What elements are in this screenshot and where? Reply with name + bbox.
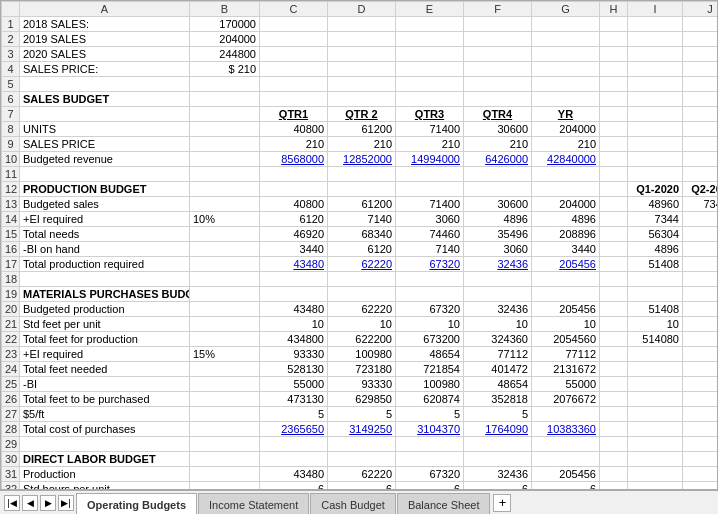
cell-23-f[interactable]: 77112	[464, 347, 532, 362]
cell-11-g[interactable]	[532, 167, 600, 182]
cell-9-j[interactable]	[683, 137, 719, 152]
cell-17-c[interactable]: 43480	[260, 257, 328, 272]
cell-7-d[interactable]: QTR 2	[328, 107, 396, 122]
cell-18-c[interactable]	[260, 272, 328, 287]
cell-3-g[interactable]	[532, 47, 600, 62]
cell-29-a[interactable]	[20, 437, 190, 452]
cell-32-f[interactable]: 6	[464, 482, 532, 491]
cell-25-d[interactable]: 93330	[328, 377, 396, 392]
cell-13-e[interactable]: 71400	[396, 197, 464, 212]
cell-28-f[interactable]: 1764090	[464, 422, 532, 437]
cell-19-f[interactable]	[464, 287, 532, 302]
cell-12-g[interactable]	[532, 182, 600, 197]
col-header-a[interactable]: A	[20, 2, 190, 17]
cell-1-c[interactable]	[260, 17, 328, 32]
cell-20-b[interactable]	[190, 302, 260, 317]
cell-3-a[interactable]: 2020 SALES	[20, 47, 190, 62]
cell-25-e[interactable]: 100980	[396, 377, 464, 392]
cell-6-d[interactable]	[328, 92, 396, 107]
cell-27-e[interactable]: 5	[396, 407, 464, 422]
cell-9-d[interactable]: 210	[328, 137, 396, 152]
cell-10-d[interactable]: 12852000	[328, 152, 396, 167]
cell-18-j[interactable]	[683, 272, 719, 287]
cell-4-h[interactable]	[600, 62, 628, 77]
cell-21-e[interactable]: 10	[396, 317, 464, 332]
cell-23-g[interactable]: 77112	[532, 347, 600, 362]
cell-5-f[interactable]	[464, 77, 532, 92]
cell-13-b[interactable]	[190, 197, 260, 212]
cell-27-h[interactable]	[600, 407, 628, 422]
cell-30-c[interactable]	[260, 452, 328, 467]
cell-5-c[interactable]	[260, 77, 328, 92]
cell-17-d[interactable]: 62220	[328, 257, 396, 272]
cell-3-c[interactable]	[260, 47, 328, 62]
cell-22-f[interactable]: 324360	[464, 332, 532, 347]
cell-5-h[interactable]	[600, 77, 628, 92]
cell-30-g[interactable]	[532, 452, 600, 467]
cell-25-h[interactable]	[600, 377, 628, 392]
cell-16-b[interactable]	[190, 242, 260, 257]
cell-6-j[interactable]	[683, 92, 719, 107]
cell-2-e[interactable]	[396, 32, 464, 47]
cell-5-i[interactable]	[628, 77, 683, 92]
cell-32-c[interactable]: 6	[260, 482, 328, 491]
cell-5-a[interactable]	[20, 77, 190, 92]
cell-25-b[interactable]	[190, 377, 260, 392]
cell-2-d[interactable]	[328, 32, 396, 47]
cell-7-e[interactable]: QTR3	[396, 107, 464, 122]
cell-23-b[interactable]: 15%	[190, 347, 260, 362]
cell-16-e[interactable]: 7140	[396, 242, 464, 257]
cell-13-g[interactable]: 204000	[532, 197, 600, 212]
cell-15-h[interactable]	[600, 227, 628, 242]
cell-7-i[interactable]	[628, 107, 683, 122]
cell-4-f[interactable]	[464, 62, 532, 77]
cell-19-h[interactable]	[600, 287, 628, 302]
cell-2-c[interactable]	[260, 32, 328, 47]
cell-22-d[interactable]: 622200	[328, 332, 396, 347]
cell-1-i[interactable]	[628, 17, 683, 32]
cell-20-i[interactable]: 51408	[628, 302, 683, 317]
cell-13-d[interactable]: 61200	[328, 197, 396, 212]
cell-4-g[interactable]	[532, 62, 600, 77]
cell-1-f[interactable]	[464, 17, 532, 32]
cell-26-c[interactable]: 473130	[260, 392, 328, 407]
cell-11-c[interactable]	[260, 167, 328, 182]
cell-8-g[interactable]: 204000	[532, 122, 600, 137]
cell-17-a[interactable]: Total production required	[20, 257, 190, 272]
cell-21-g[interactable]: 10	[532, 317, 600, 332]
cell-24-c[interactable]: 528130	[260, 362, 328, 377]
cell-4-c[interactable]	[260, 62, 328, 77]
cell-24-j[interactable]	[683, 362, 719, 377]
cell-4-i[interactable]	[628, 62, 683, 77]
cell-19-c[interactable]	[260, 287, 328, 302]
cell-23-e[interactable]: 48654	[396, 347, 464, 362]
cell-24-g[interactable]: 2131672	[532, 362, 600, 377]
cell-11-i[interactable]	[628, 167, 683, 182]
cell-31-j[interactable]	[683, 467, 719, 482]
cell-6-e[interactable]	[396, 92, 464, 107]
cell-9-c[interactable]: 210	[260, 137, 328, 152]
cell-26-i[interactable]	[628, 392, 683, 407]
cell-12-j[interactable]: Q2-2020	[683, 182, 719, 197]
cell-25-j[interactable]	[683, 377, 719, 392]
cell-4-j[interactable]	[683, 62, 719, 77]
cell-7-g[interactable]: YR	[532, 107, 600, 122]
col-header-e[interactable]: E	[396, 2, 464, 17]
cell-25-a[interactable]: -BI	[20, 377, 190, 392]
tab-operating-budgets[interactable]: Operating Budgets	[76, 493, 197, 515]
cell-3-j[interactable]	[683, 47, 719, 62]
cell-32-i[interactable]	[628, 482, 683, 491]
cell-27-g[interactable]	[532, 407, 600, 422]
cell-31-a[interactable]: Production	[20, 467, 190, 482]
cell-10-j[interactable]	[683, 152, 719, 167]
cell-22-b[interactable]	[190, 332, 260, 347]
col-header-b[interactable]: B	[190, 2, 260, 17]
cell-32-g[interactable]: 6	[532, 482, 600, 491]
cell-11-f[interactable]	[464, 167, 532, 182]
cell-15-g[interactable]: 208896	[532, 227, 600, 242]
cell-31-c[interactable]: 43480	[260, 467, 328, 482]
tab-nav-next[interactable]: ▶	[40, 495, 56, 511]
cell-13-h[interactable]	[600, 197, 628, 212]
cell-6-f[interactable]	[464, 92, 532, 107]
tab-cash-budget[interactable]: Cash Budget	[310, 493, 396, 515]
